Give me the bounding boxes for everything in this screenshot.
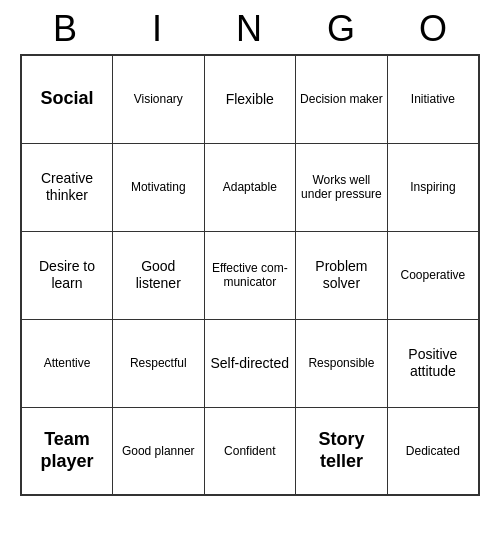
grid-cell: Works well under pressure	[296, 143, 388, 231]
table-row: Team playerGood plannerConfidentStory te…	[21, 407, 479, 495]
grid-cell: Self-directed	[204, 319, 296, 407]
grid-cell: Social	[21, 55, 113, 143]
letter-g: G	[302, 8, 382, 50]
letter-n: N	[210, 8, 290, 50]
grid-cell: Team player	[21, 407, 113, 495]
grid-cell: Problem solver	[296, 231, 388, 319]
grid-cell: Effective com­municator	[204, 231, 296, 319]
table-row: SocialVisionaryFlexibleDecision makerIni…	[21, 55, 479, 143]
grid-cell: Adaptable	[204, 143, 296, 231]
grid-cell: Desire to learn	[21, 231, 113, 319]
grid-cell: Dedicated	[387, 407, 479, 495]
grid-cell: Confident	[204, 407, 296, 495]
bingo-header: B I N G O	[20, 0, 480, 54]
grid-cell: Positive attitude	[387, 319, 479, 407]
letter-o: O	[394, 8, 474, 50]
grid-cell: Attentive	[21, 319, 113, 407]
bingo-grid: SocialVisionaryFlexibleDecision makerIni…	[20, 54, 480, 496]
grid-cell: Initiative	[387, 55, 479, 143]
table-row: AttentiveRespect­fulSelf-directedRespons…	[21, 319, 479, 407]
table-row: Creative thinkerMotivatingAdaptableWorks…	[21, 143, 479, 231]
grid-cell: Decision maker	[296, 55, 388, 143]
grid-cell: Respect­ful	[113, 319, 205, 407]
letter-b: B	[26, 8, 106, 50]
grid-cell: Cooperative	[387, 231, 479, 319]
grid-cell: Creative thinker	[21, 143, 113, 231]
grid-cell: Visionary	[113, 55, 205, 143]
grid-cell: Good listener	[113, 231, 205, 319]
grid-cell: Motivating	[113, 143, 205, 231]
letter-i: I	[118, 8, 198, 50]
grid-cell: Flexible	[204, 55, 296, 143]
table-row: Desire to learnGood listenerEffective co…	[21, 231, 479, 319]
grid-cell: Inspiring	[387, 143, 479, 231]
grid-cell: Story teller	[296, 407, 388, 495]
grid-cell: Good planner	[113, 407, 205, 495]
grid-cell: Responsible	[296, 319, 388, 407]
